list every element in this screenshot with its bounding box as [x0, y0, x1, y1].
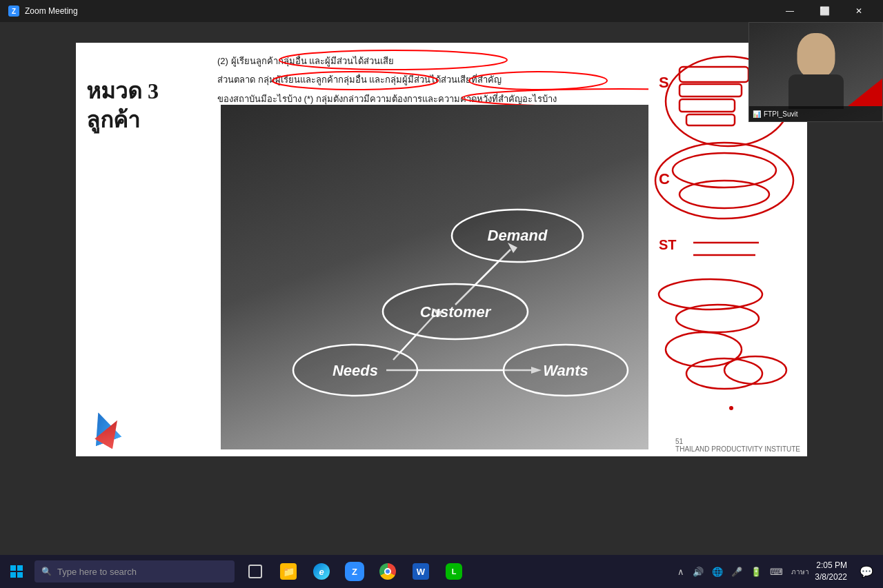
chrome-center [384, 568, 391, 575]
svg-rect-22 [686, 114, 735, 125]
svg-text:Wants: Wants [543, 362, 588, 379]
search-placeholder: Type here to search [57, 567, 137, 577]
thai-input-icon[interactable]: ภาษา [788, 565, 812, 578]
task-view-icon [248, 565, 262, 578]
notification-icon: 💬 [860, 565, 873, 578]
svg-text:Needs: Needs [333, 362, 378, 379]
zoom-app-icon: Z [8, 6, 19, 17]
taskbar: 🔍 Type here to search 📁 e Z [0, 555, 883, 588]
face-oval [797, 33, 835, 78]
word-button[interactable]: W [406, 555, 436, 588]
svg-point-35 [724, 356, 786, 384]
title-bar: Z Zoom Meeting — ⬜ ✕ [0, 0, 883, 22]
clock-date: 3/8/2022 [815, 571, 847, 583]
window-title: Zoom Meeting [25, 6, 78, 16]
slide-heading: หมวด 3 ลูกค้า [86, 77, 210, 134]
notification-button[interactable]: 💬 [855, 555, 877, 588]
edge-button[interactable]: e [306, 555, 337, 588]
microphone-icon[interactable]: 🎤 [728, 565, 745, 578]
slide-inner: หมวด 3 ลูกค้า (2) ผู้เรียนลูกค้ากลุ่มอื่… [76, 43, 807, 456]
system-clock: 2:05 PM 3/8/2022 [815, 560, 853, 583]
svg-rect-21 [679, 99, 735, 112]
participant-info-bar: 📊 FTPI_Suvit [749, 106, 882, 121]
chevron-up-icon[interactable]: ∧ [675, 565, 687, 578]
svg-point-25 [673, 153, 776, 187]
chrome-icon [379, 563, 396, 580]
speaker-icon[interactable]: 🔊 [690, 565, 706, 578]
battery-icon[interactable]: 🔋 [748, 565, 764, 578]
search-box[interactable]: 🔍 Type here to search [34, 560, 235, 582]
edge-icon: e [313, 563, 330, 580]
participant-video: Tutorial e Zoom ... 📊 FTPI_Suvit [748, 22, 883, 122]
main-content-area: หมวด 3 ลูกค้า (2) ผู้เรียนลูกค้ากลุ่มอื่… [0, 22, 883, 566]
title-bar-left: Z Zoom Meeting [8, 6, 78, 17]
svg-text:Customer: Customer [420, 303, 492, 321]
taskbar-icons-group: 📁 e Z W L [240, 555, 469, 588]
keyboard-icon[interactable]: ⌨ [767, 565, 786, 578]
svg-text:C: C [659, 170, 670, 187]
minimize-button[interactable]: — [774, 0, 806, 22]
slide-footer: 51 THAILAND PRODUCTIVITY INSTITUTE [675, 438, 800, 453]
task-view-button[interactable] [240, 555, 270, 588]
search-icon: 🔍 [41, 567, 52, 576]
close-button[interactable]: ✕ [843, 0, 875, 22]
svg-point-26 [679, 181, 769, 208]
clock-time: 2:05 PM [815, 560, 847, 571]
maximize-button[interactable]: ⬜ [808, 0, 840, 22]
system-tray: ∧ 🔊 🌐 🎤 🔋 ⌨ ภาษา 2:05 PM 3/8/2022 💬 [675, 555, 883, 588]
page-number: 51 [675, 438, 683, 445]
slide-left-panel: หมวด 3 ลูกค้า [76, 43, 221, 456]
line-button[interactable]: L [439, 555, 469, 588]
main-image: Demand Customer Needs Wants [221, 105, 648, 449]
file-explorer-button[interactable]: 📁 [273, 555, 304, 588]
svg-text:Demand: Demand [488, 227, 548, 244]
presentation-slide: หมวด 3 ลูกค้า (2) ผู้เรียนลูกค้ากลุ่มอื่… [76, 43, 807, 456]
start-button[interactable] [0, 555, 33, 588]
logo-area [83, 408, 131, 449]
chrome-button[interactable] [373, 555, 403, 588]
svg-text:ST: ST [659, 237, 677, 252]
org-name: THAILAND PRODUCTIVITY INSTITUTE [675, 445, 800, 453]
svg-rect-19 [679, 67, 748, 82]
line-icon: L [446, 563, 462, 580]
windows-logo-icon [10, 565, 23, 578]
zoom-button[interactable]: Z [339, 555, 370, 588]
svg-rect-20 [679, 84, 742, 97]
svg-point-36 [729, 406, 733, 410]
diagram-svg: Demand Customer Needs Wants [221, 105, 648, 449]
network-icon[interactable]: 🌐 [709, 565, 726, 578]
window-controls: — ⬜ ✕ [774, 0, 875, 22]
bar-chart-icon: 📊 [753, 110, 761, 118]
participant-name: FTPI_Suvit [764, 110, 797, 118]
word-icon: W [413, 563, 429, 580]
file-explorer-icon: 📁 [280, 563, 297, 580]
body-shape [788, 74, 844, 109]
zoom-icon: Z [345, 562, 364, 581]
